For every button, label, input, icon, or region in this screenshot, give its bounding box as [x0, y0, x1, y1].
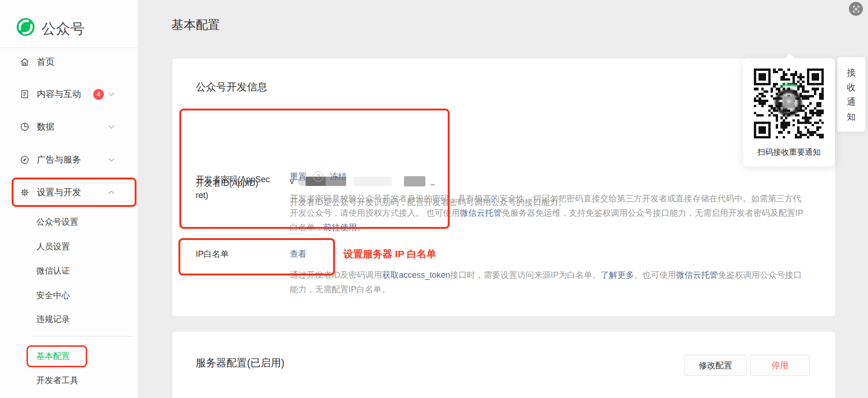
capture-button[interactable] — [849, 2, 863, 16]
desc-text: 接口时，需要设置访问来源IP为白名单。 — [450, 270, 601, 280]
appsecret-description-line: 白名单，前往使用。 — [290, 222, 365, 233]
sidebar-subitem-basic-config[interactable]: 基本配置 — [36, 350, 70, 362]
tab-char: 知 — [847, 112, 856, 121]
ads-icon — [20, 155, 30, 165]
home-icon — [20, 57, 30, 67]
redaction-block — [354, 177, 392, 186]
sidebar-subitem-account-settings[interactable]: 公众号设置 — [36, 216, 78, 227]
sidebar-subitem-security-center[interactable]: 安全中心 — [36, 290, 70, 301]
annotation-text: 设置服务器 IP 白名单 — [343, 247, 436, 261]
sidebar-item-label: 设置与开发 — [37, 186, 81, 199]
inline-link[interactable]: 前往使用 — [323, 223, 357, 232]
disable-button[interactable]: 停用 — [750, 355, 810, 376]
qr-caption: 扫码接收重要通知 — [743, 147, 835, 158]
sidebar-item-label: 数据 — [37, 121, 55, 133]
notify-qr-panel: 扫码接收重要通知 — [743, 58, 835, 166]
desc-text: 能力，无需配置IP白名单。 — [290, 285, 390, 294]
qr-blur-overlay — [772, 84, 806, 119]
sidebar-item-home[interactable]: 首页 — [0, 53, 138, 71]
redaction-mark — [430, 181, 435, 185]
server-config-card: 服务器配置(已启用) 修改配置 停用 — [172, 332, 835, 398]
chevron-down-icon — [108, 124, 115, 129]
gear-icon — [20, 187, 30, 198]
section-title-dev-info: 公众号开发信息 — [196, 80, 267, 94]
desc-text: 。 — [357, 223, 365, 232]
sidebar-item-label: 首页 — [37, 56, 55, 68]
sidebar-header: 公众号 — [0, 0, 138, 48]
ip-whitelist-value: 查看 — [290, 248, 307, 260]
developer-info-card: 公众号开发信息 开发者ID(AppID) v 开发者ID是公众号开发识别码，配合… — [172, 59, 835, 316]
appsecret-description-line: 开发公众号，请使用授权方式接入。 也可使用微信云托管免服务器免运维，支持免鉴权调… — [290, 207, 803, 219]
brand-title: 公众号 — [41, 19, 85, 39]
sidebar-item-settings-dev[interactable]: 设置与开发 — [0, 183, 138, 202]
appsecret-label-line2: ret) — [196, 187, 280, 203]
view-link[interactable]: 查看 — [290, 249, 307, 259]
desc-text: 白名单， — [290, 223, 323, 232]
tab-char: 通 — [847, 97, 856, 106]
redaction-block — [404, 176, 425, 186]
desc-text: 。也可使用 — [634, 270, 676, 280]
sidebar-item-ads[interactable]: 广告与服务 — [0, 151, 138, 169]
sidebar: 公众号 首页 内容与互动 4 数据 广告与服务 设置与开发 — [0, 0, 138, 398]
notification-badge: 4 — [93, 89, 104, 100]
section-title-server-config: 服务器配置(已启用) — [196, 356, 285, 370]
sidebar-item-label: 内容与互动 — [37, 88, 81, 100]
sidebar-subitem-staff-settings[interactable]: 人员设置 — [36, 241, 70, 252]
sidebar-item-content[interactable]: 内容与互动 4 — [0, 85, 138, 103]
desc-text: 开发公众号，请使用授权方式接入。 也可使用 — [290, 208, 460, 218]
sidebar-item-data[interactable]: 数据 — [0, 117, 138, 136]
desc-text: 开发者密码是校验公众号开发者身份的密码，具有极高的安全性。切记勿把密码直接交给第… — [290, 194, 801, 203]
sidebar-item-label: 广告与服务 — [37, 154, 81, 166]
chevron-up-icon — [108, 190, 115, 195]
appsecret-description-line: 开发者密码是校验公众号开发者身份的密码，具有极高的安全性。切记勿把密码直接交给第… — [290, 193, 801, 204]
desc-text: 通过开发者ID及密码调用 — [290, 270, 382, 280]
desc-text: 免服务器免运维，支持免鉴权调用公众号接口能力，无需启用开发者密码及配置IP — [502, 208, 803, 218]
tab-char: 接 — [847, 68, 856, 77]
sidebar-subitem-developer-tools[interactable]: 开发者工具 — [36, 375, 78, 386]
desc-text: 免鉴权调用公众号接口 — [718, 270, 802, 280]
sidebar-divider — [33, 336, 133, 336]
reset-link[interactable]: 重置 — [290, 171, 307, 182]
ip-whitelist-label: IP白名单 — [196, 248, 280, 260]
sidebar-subitem-wechat-verify[interactable]: 微信认证 — [36, 265, 70, 276]
page-title: 基本配置 — [171, 17, 220, 33]
receive-notify-tab[interactable]: 接 收 通 知 — [837, 57, 865, 132]
data-icon — [20, 122, 30, 132]
appsecret-actions: 重置 ? 冻结 — [290, 171, 347, 182]
inline-link[interactable]: 微信云托管 — [676, 270, 718, 280]
tab-char: 收 — [847, 83, 856, 92]
appsecret-label: 开发者密码(AppSec ret) — [196, 172, 280, 203]
bubble-caret — [785, 54, 795, 64]
inline-link[interactable]: 了解更多 — [601, 270, 634, 280]
official-account-logo-icon — [15, 17, 36, 37]
ip-whitelist-description-line: 能力，无需配置IP白名单。 — [290, 284, 390, 295]
chevron-down-icon — [108, 92, 115, 96]
scan-frame-icon — [852, 5, 860, 13]
help-icon[interactable]: ? — [313, 172, 323, 182]
chevron-down-icon — [108, 158, 115, 162]
inline-link[interactable]: 获取access_token — [382, 270, 450, 280]
sidebar-subitem-violation-records[interactable]: 违规记录 — [36, 314, 70, 325]
qr-code — [754, 69, 824, 138]
modify-config-button[interactable]: 修改配置 — [684, 355, 747, 376]
ip-whitelist-description-line: 通过开发者ID及密码调用获取access_token接口时，需要设置访问来源IP… — [290, 269, 802, 281]
appsecret-label-line1: 开发者密码(AppSec — [196, 172, 280, 187]
content-icon — [20, 89, 30, 99]
freeze-link[interactable]: 冻结 — [330, 171, 347, 182]
inline-link[interactable]: 微信云托管 — [460, 208, 502, 218]
